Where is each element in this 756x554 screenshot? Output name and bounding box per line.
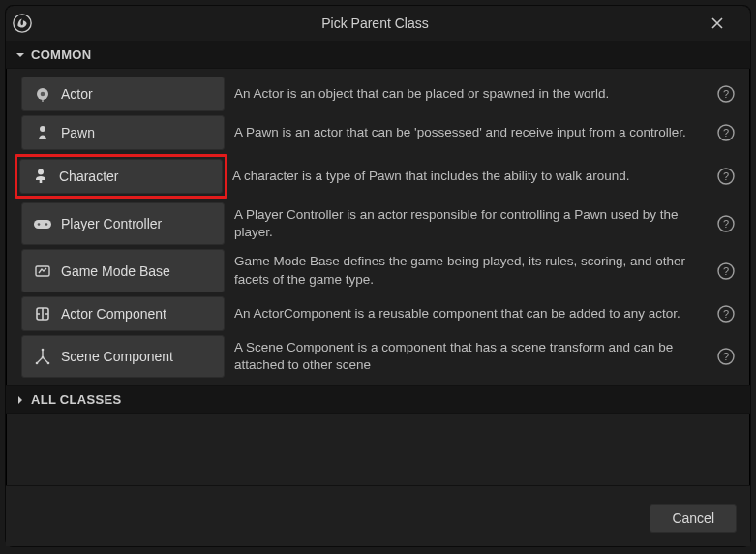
close-button[interactable]: [711, 17, 750, 29]
chevron-down-icon: [15, 50, 25, 60]
class-label: Actor: [61, 86, 93, 102]
unreal-logo-icon: [6, 13, 39, 34]
pick-parent-class-window: Pick Parent Class COMMON Actor An Actor …: [5, 5, 751, 547]
svg-point-9: [38, 169, 44, 175]
actor-icon: [32, 85, 53, 103]
help-icon: ?: [717, 262, 735, 280]
class-label: Actor Component: [61, 306, 166, 322]
class-description: An Actor is an object that can be placed…: [225, 77, 710, 111]
class-description: A Scene Component is a component that ha…: [225, 335, 710, 378]
class-button-game-mode-base[interactable]: Game Mode Base: [21, 249, 225, 292]
help-icon: ?: [717, 215, 735, 232]
cancel-button[interactable]: Cancel: [650, 504, 737, 533]
help-button[interactable]: ?: [710, 77, 742, 111]
svg-rect-3: [42, 99, 43, 102]
svg-point-6: [40, 126, 45, 132]
help-button[interactable]: ?: [710, 335, 742, 378]
player-controller-icon: [32, 217, 53, 231]
svg-point-24: [42, 349, 45, 352]
help-button[interactable]: ?: [710, 249, 742, 292]
class-row-character: Character A character is a type of Pawn …: [6, 152, 750, 200]
section-label: COMMON: [31, 47, 91, 62]
pawn-icon: [32, 124, 53, 141]
svg-rect-18: [36, 266, 49, 276]
window-title: Pick Parent Class: [39, 15, 711, 31]
class-description: A character is a type of Pawn that inclu…: [223, 154, 710, 199]
scene-component-icon: [32, 348, 53, 365]
svg-point-2: [41, 92, 45, 97]
class-description: A Player Controller is an actor responsi…: [225, 202, 710, 245]
help-button[interactable]: ?: [710, 154, 742, 199]
class-row-game-mode-base: Game Mode Base Game Mode Base defines th…: [6, 247, 750, 293]
section-header-common[interactable]: COMMON: [6, 42, 750, 69]
class-row-actor-component: Actor Component An ActorComponent is a r…: [6, 294, 750, 333]
close-icon: [711, 17, 723, 29]
class-button-player-controller[interactable]: Player Controller: [21, 202, 225, 245]
common-class-list: Actor An Actor is an object that can be …: [6, 69, 750, 386]
svg-rect-10: [40, 179, 43, 183]
class-label: Pawn: [61, 125, 95, 140]
svg-text:?: ?: [723, 170, 729, 182]
character-icon: [30, 168, 51, 185]
class-label: Game Mode Base: [61, 263, 170, 279]
help-button[interactable]: ?: [710, 202, 742, 245]
help-icon: ?: [717, 85, 735, 103]
class-row-actor: Actor An Actor is an object that can be …: [6, 75, 750, 113]
help-button[interactable]: ?: [710, 115, 742, 150]
svg-text:?: ?: [723, 308, 729, 320]
class-button-character[interactable]: Character: [19, 159, 223, 194]
section-header-all-classes[interactable]: ALL CLASSES: [6, 386, 750, 414]
svg-rect-13: [34, 220, 51, 229]
class-button-actor-component[interactable]: Actor Component: [21, 296, 225, 331]
svg-text:?: ?: [723, 218, 729, 230]
chevron-right-icon: [15, 395, 25, 405]
footer: Cancel: [6, 485, 750, 546]
section-label: ALL CLASSES: [31, 392, 121, 407]
class-description: An ActorComponent is a reusable componen…: [225, 296, 710, 331]
class-label: Scene Component: [61, 349, 173, 364]
highlight-box: Character: [15, 154, 227, 199]
svg-point-27: [47, 362, 50, 365]
svg-point-0: [14, 15, 31, 32]
class-row-pawn: Pawn A Pawn is an actor that can be 'pos…: [6, 113, 750, 152]
class-row-scene-component: Scene Component A Scene Component is a c…: [6, 333, 750, 380]
svg-point-25: [42, 356, 45, 359]
titlebar: Pick Parent Class: [6, 6, 750, 42]
game-mode-icon: [32, 262, 53, 280]
svg-text:?: ?: [723, 351, 729, 362]
class-button-scene-component[interactable]: Scene Component: [21, 335, 225, 378]
help-icon: ?: [717, 168, 735, 185]
class-button-pawn[interactable]: Pawn: [21, 115, 225, 150]
help-icon: ?: [717, 348, 735, 365]
svg-point-15: [45, 223, 48, 226]
class-button-actor[interactable]: Actor: [21, 77, 225, 111]
class-description: A Pawn is an actor that can be 'possesse…: [225, 115, 710, 150]
class-description: Game Mode Base defines the game being pl…: [225, 249, 710, 292]
svg-text:?: ?: [723, 127, 729, 138]
class-row-player-controller: Player Controller A Player Controller is…: [6, 200, 750, 247]
help-icon: ?: [717, 305, 735, 323]
actor-component-icon: [32, 305, 53, 323]
svg-point-26: [36, 362, 39, 365]
svg-text:?: ?: [723, 88, 729, 100]
svg-text:?: ?: [723, 265, 729, 277]
class-label: Player Controller: [61, 216, 162, 231]
help-icon: ?: [717, 124, 735, 141]
class-label: Character: [59, 169, 118, 184]
svg-point-14: [38, 223, 41, 226]
help-button[interactable]: ?: [710, 296, 742, 331]
